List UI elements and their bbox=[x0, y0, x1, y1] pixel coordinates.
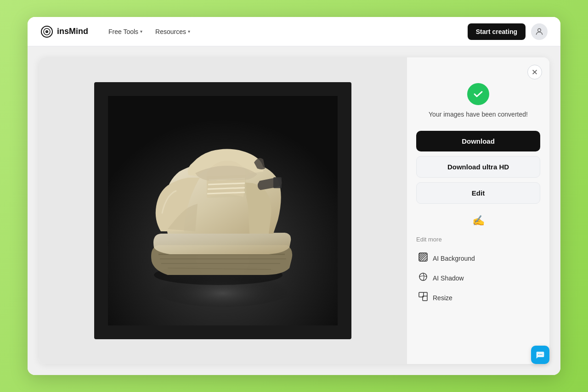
right-panel: Your images have been converted! Downloa… bbox=[407, 57, 549, 364]
ai-background-icon bbox=[418, 252, 428, 264]
download-hd-button[interactable]: Download ultra HD bbox=[416, 156, 540, 178]
chat-icon bbox=[536, 350, 545, 359]
nav-resources[interactable]: Resources ▾ bbox=[150, 25, 196, 38]
svg-point-29 bbox=[540, 354, 541, 355]
close-icon bbox=[531, 69, 538, 75]
logo-text: insMind bbox=[57, 27, 88, 36]
user-avatar-button[interactable] bbox=[531, 23, 548, 40]
user-icon bbox=[535, 27, 544, 36]
ai-background-item[interactable]: AI Background bbox=[416, 248, 540, 268]
ai-background-label: AI Background bbox=[433, 255, 475, 262]
resize-icon bbox=[418, 291, 428, 304]
success-section: Your images have been converted! bbox=[416, 83, 540, 118]
nav-free-tools[interactable]: Free Tools ▾ bbox=[103, 25, 148, 38]
logo-icon bbox=[40, 25, 53, 38]
header-right: Start creating bbox=[468, 23, 548, 40]
ai-shadow-label: AI Shadow bbox=[433, 274, 464, 282]
edit-more-section: Edit more bbox=[416, 236, 540, 308]
resize-label: Resize bbox=[433, 294, 452, 302]
free-tools-chevron-icon: ▾ bbox=[140, 29, 142, 34]
image-section bbox=[39, 57, 407, 364]
edit-button[interactable]: Edit bbox=[416, 182, 540, 204]
svg-point-28 bbox=[538, 354, 539, 355]
edit-more-label: Edit more bbox=[416, 236, 540, 243]
main-content: Your images have been converted! Downloa… bbox=[28, 46, 560, 375]
main-nav: Free Tools ▾ Resources ▾ bbox=[103, 25, 468, 38]
browser-window: insMind Free Tools ▾ Resources ▾ Start c… bbox=[28, 17, 560, 375]
shoe-image bbox=[94, 82, 351, 339]
svg-point-23 bbox=[419, 273, 427, 280]
ai-shadow-item[interactable]: AI Shadow bbox=[416, 268, 540, 288]
download-button[interactable]: Download bbox=[416, 131, 540, 151]
ai-shadow-icon bbox=[418, 272, 428, 284]
success-icon bbox=[467, 83, 489, 105]
header: insMind Free Tools ▾ Resources ▾ Start c… bbox=[28, 17, 560, 46]
svg-point-3 bbox=[46, 31, 47, 32]
shoe-image-container bbox=[94, 82, 351, 339]
chat-button[interactable] bbox=[531, 346, 549, 364]
svg-point-4 bbox=[538, 28, 541, 32]
resize-item[interactable]: Resize bbox=[416, 288, 540, 308]
svg-point-30 bbox=[541, 354, 542, 355]
drag-handle-icon: ✍ bbox=[416, 215, 540, 227]
action-buttons: Download Download ultra HD Edit bbox=[416, 131, 540, 204]
resources-chevron-icon: ▾ bbox=[188, 29, 190, 34]
svg-line-21 bbox=[422, 256, 427, 261]
checkmark-icon bbox=[473, 89, 484, 100]
start-creating-button[interactable]: Start creating bbox=[468, 23, 526, 40]
close-button[interactable] bbox=[527, 65, 542, 79]
main-card: Your images have been converted! Downloa… bbox=[39, 57, 549, 364]
logo: insMind bbox=[40, 25, 88, 38]
svg-rect-12 bbox=[273, 177, 282, 188]
success-message: Your images have been converted! bbox=[429, 111, 528, 118]
